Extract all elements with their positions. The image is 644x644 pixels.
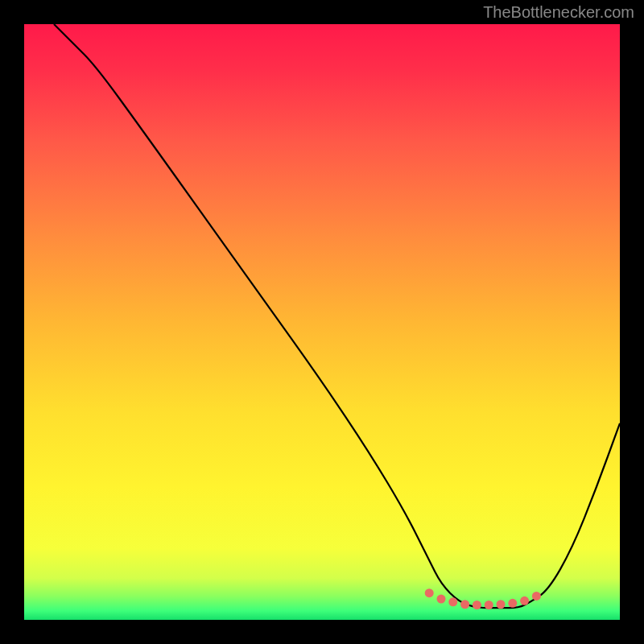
marker-dot (473, 601, 481, 609)
marker-dot (425, 588, 434, 597)
marker-dot (460, 600, 469, 609)
marker-dot (497, 600, 506, 609)
chart-svg (24, 24, 620, 620)
marker-dot (520, 597, 529, 605)
gradient-background (24, 24, 620, 620)
chart-container: TheBottlenecker.com (0, 0, 644, 644)
plot-area (24, 24, 620, 620)
attribution-text: TheBottlenecker.com (483, 3, 634, 22)
marker-dot (437, 595, 446, 604)
marker-dot (485, 601, 493, 609)
marker-dot (508, 599, 517, 608)
marker-dot (532, 592, 541, 601)
marker-dot (448, 597, 457, 606)
